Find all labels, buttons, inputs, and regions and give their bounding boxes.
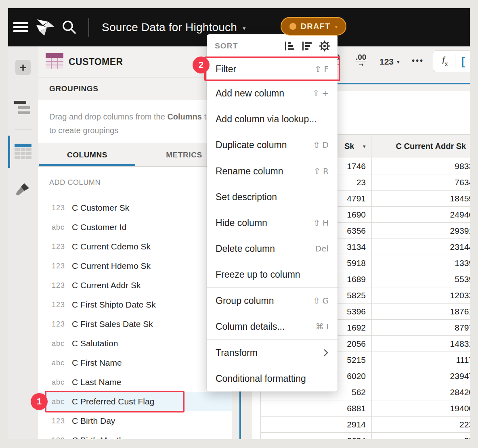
- table-cell[interactable]: 2914: [261, 417, 372, 432]
- table-cell[interactable]: 6881: [261, 400, 372, 416]
- menu-item[interactable]: Add column via lookup...: [207, 106, 338, 132]
- menu-item[interactable]: Delete column Del: [207, 236, 338, 262]
- menu-item[interactable]: Column details... ⌘ I: [207, 314, 338, 339]
- hamburger-menu-icon[interactable]: [13, 22, 28, 33]
- grid-header-label: Sk: [344, 142, 354, 151]
- draft-status-badge[interactable]: DRAFT ▾: [281, 17, 346, 36]
- menu-item[interactable]: Add new column ⇧ +: [207, 80, 338, 106]
- column-list-item[interactable]: 123 C Customer Sk: [38, 198, 232, 218]
- menu-item[interactable]: Filter ⇧ F: [207, 58, 338, 80]
- sort-ascending-icon[interactable]: [284, 41, 295, 51]
- add-element-button[interactable]: +: [15, 60, 31, 75]
- table-cell[interactable]: 7634: [372, 174, 470, 190]
- add-column-label[interactable]: ADD COLUMN: [38, 167, 232, 198]
- column-list-item[interactable]: 123 C Current Addr Sk: [38, 276, 232, 295]
- table-row[interactable]: 6881 19400: [261, 400, 470, 417]
- table-cell[interactable]: 5539: [372, 271, 470, 287]
- menu-item-shortcut: Del: [315, 244, 329, 253]
- sigma-logo-icon[interactable]: [35, 18, 56, 38]
- data-table-panel-icon[interactable]: [15, 144, 31, 160]
- gear-icon[interactable]: [319, 40, 330, 52]
- table-cell[interactable]: 18459: [372, 191, 470, 206]
- column-type-badge: abc: [52, 378, 69, 387]
- formula-bar-divider: [455, 54, 455, 68]
- table-cell[interactable]: 223: [372, 417, 470, 432]
- format-brush-icon[interactable]: [15, 182, 30, 197]
- table-cell[interactable]: 1117: [372, 352, 470, 368]
- column-list-item[interactable]: 123 C First Sales Date Sk: [38, 314, 232, 334]
- table-cell[interactable]: 29391: [372, 223, 470, 239]
- column-list-item[interactable]: 123 C First Shipto Date Sk: [38, 295, 232, 314]
- table-cell[interactable]: 8797: [372, 320, 470, 335]
- menu-item[interactable]: Rename column ⇧ R: [207, 158, 338, 184]
- formula-fx-icon: fx: [442, 55, 448, 68]
- table-cell[interactable]: 28420: [372, 384, 470, 400]
- menu-item[interactable]: Freeze up to column: [207, 262, 338, 287]
- groupings-section-header[interactable]: GROUPINGS: [38, 77, 232, 100]
- element-panel: CUSTOMER GROUPINGS Drag and drop columns…: [38, 46, 232, 439]
- increase-decimal-label: .00: [355, 54, 367, 61]
- outline-panel-icon[interactable]: [14, 100, 33, 117]
- menu-group: Group column ⇧ G Column details... ⌘ I: [207, 287, 338, 339]
- table-cell[interactable]: 19400: [372, 400, 470, 416]
- table-cell[interactable]: 12033: [372, 287, 470, 303]
- column-menu-caret-icon[interactable]: ▾: [363, 143, 366, 149]
- menu-item-label: Freeze up to column: [216, 269, 300, 280]
- menu-item[interactable]: Set description: [207, 184, 338, 210]
- column-name: C First Sales Date Sk: [72, 319, 153, 329]
- menu-item-shortcut: ⇧ D: [313, 140, 329, 150]
- search-icon[interactable]: [61, 19, 78, 36]
- sort-section-label: SORT: [215, 42, 238, 50]
- menu-item-shortcut: ⇧ +: [312, 88, 329, 98]
- tab-columns-label: COLUMNS: [67, 151, 107, 159]
- annotation-step-2: 2: [193, 57, 210, 73]
- column-list-item[interactable]: abc C Preferred Cust Flag: [38, 392, 232, 411]
- table-cell[interactable]: 23144: [372, 239, 470, 255]
- table-cell[interactable]: 18761: [372, 304, 470, 319]
- groupings-drop-hint: Drag and drop columns from the Columns t…: [38, 100, 232, 143]
- tab-columns[interactable]: COLUMNS: [38, 143, 136, 166]
- table-row[interactable]: 2914 223: [261, 417, 470, 433]
- table-cell[interactable]: 37: [372, 433, 470, 439]
- menu-item[interactable]: Transform: [207, 340, 338, 366]
- table-cell[interactable]: 9833: [372, 158, 470, 174]
- chevron-down-icon: ▾: [335, 23, 338, 30]
- sort-descending-icon[interactable]: [302, 41, 312, 51]
- column-name: C First Shipto Date Sk: [72, 300, 156, 310]
- menu-group: Filter ⇧ F: [207, 58, 338, 80]
- menu-item[interactable]: Group column ⇧ G: [207, 288, 338, 314]
- bracket-icon: [: [461, 55, 465, 68]
- column-list-item[interactable]: abc C First Name: [38, 353, 232, 373]
- document-title: Source Data for Hightouch: [102, 21, 237, 34]
- increase-decimal-button[interactable]: .00 →: [355, 54, 367, 68]
- table-row[interactable]: 2634 37: [261, 433, 470, 439]
- menu-item[interactable]: Conditional formatting: [207, 366, 338, 391]
- column-list-item[interactable]: abc C Last Name: [38, 373, 232, 392]
- column-list-item[interactable]: 123 C Birth Month: [38, 431, 232, 439]
- menu-item[interactable]: Duplicate column ⇧ D: [207, 132, 338, 158]
- menu-item-label: Add column via lookup...: [216, 114, 317, 125]
- more-options-button[interactable]: •••: [412, 56, 424, 65]
- table-cell[interactable]: 2634: [261, 433, 372, 439]
- table-cell[interactable]: 14831: [372, 336, 470, 352]
- grid-header-label: C Current Addr Sk: [396, 142, 466, 151]
- table-cell[interactable]: 23947: [372, 368, 470, 384]
- column-type-badge: abc: [52, 359, 69, 367]
- menu-item-label: Column details...: [216, 321, 285, 332]
- menu-item[interactable]: Hide column ⇧ H: [207, 210, 338, 236]
- menu-item-label: Conditional formatting: [216, 373, 306, 384]
- table-cell[interactable]: 24946: [372, 207, 470, 222]
- table-cell[interactable]: 1339: [372, 255, 470, 271]
- formula-bar[interactable]: fx [: [433, 50, 470, 72]
- column-list-item[interactable]: abc C Customer Id: [38, 218, 232, 237]
- tab-metrics-label: METRICS: [166, 151, 202, 159]
- panel-tabs: COLUMNS METRICS: [38, 143, 232, 167]
- column-name: C Current Cdemo Sk: [72, 242, 151, 251]
- column-list-item[interactable]: 123 C Birth Day: [38, 411, 232, 431]
- column-list-item[interactable]: 123 C Current Hdemo Sk: [38, 256, 232, 276]
- column-list-item[interactable]: abc C Salutation: [38, 334, 232, 353]
- grid-header-cell[interactable]: C Current Addr Sk: [371, 135, 470, 158]
- column-list-item[interactable]: 123 C Current Cdemo Sk: [38, 237, 232, 256]
- number-format-dropdown[interactable]: 123 ▾: [379, 57, 400, 67]
- column-type-badge: 123: [52, 281, 69, 290]
